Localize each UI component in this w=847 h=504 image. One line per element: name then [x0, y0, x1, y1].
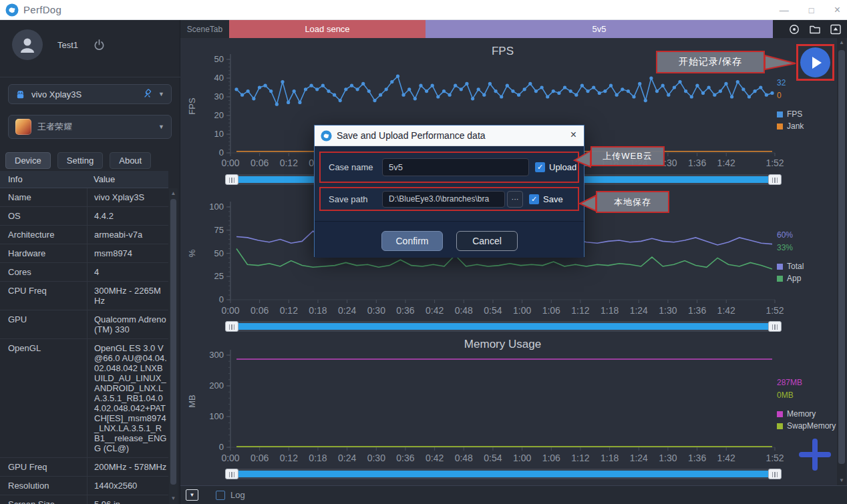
maximize-button[interactable]: □	[809, 6, 814, 15]
table-row[interactable]: OpenGLOpenGL ES 3.0 V@66.0 AU@04.04.02.0…	[0, 339, 168, 458]
svg-text:0: 0	[219, 148, 224, 158]
svg-text:1:42: 1:42	[717, 453, 735, 463]
info-column-header: Info	[0, 174, 87, 184]
start-record-button[interactable]	[800, 47, 830, 77]
legend-item[interactable]: FPS	[777, 109, 844, 119]
table-row[interactable]: Cores4	[0, 263, 168, 282]
timeline-range[interactable]	[238, 471, 769, 477]
log-checkbox[interactable]	[216, 491, 225, 500]
upload-checkbox[interactable]: ✓	[535, 162, 545, 172]
info-cell: CPU Freq	[0, 282, 87, 310]
timeline-handle-left[interactable]	[225, 321, 238, 332]
table-row[interactable]: Namevivo Xplay3S	[0, 188, 168, 207]
tab-setting[interactable]: Setting	[57, 152, 103, 169]
tab-about[interactable]: About	[110, 152, 151, 169]
timeline-handle-right[interactable]	[768, 174, 782, 185]
sidebar: Test1 vivo Xplay3S ▼	[0, 20, 180, 504]
window-controls: — □ ×	[780, 0, 840, 20]
scene-tab-5v5[interactable]: 5v5	[426, 20, 773, 38]
table-row[interactable]: Architecturearmeabi-v7a	[0, 226, 168, 244]
export-panel-icon[interactable]	[830, 23, 842, 35]
timeline-handle-left[interactable]	[225, 174, 238, 185]
info-cell: GPU	[0, 310, 87, 338]
legend-swatch	[777, 276, 783, 282]
svg-text:1:36: 1:36	[688, 305, 706, 316]
main-scrollbar[interactable]: ▲ ▼	[837, 38, 846, 485]
scroll-up-icon[interactable]: ▲	[837, 39, 846, 47]
save-path-input[interactable]	[382, 191, 505, 208]
timeline-handle-left[interactable]	[225, 469, 238, 479]
sidebar-scrollbar[interactable]: ▲ ▼	[169, 188, 178, 504]
perfdog-window: PerfDog — □ × Test1	[0, 0, 847, 504]
timeline-handle-right[interactable]	[768, 469, 782, 479]
folder-icon[interactable]	[809, 23, 821, 35]
scrollbar-thumb[interactable]	[170, 199, 176, 485]
scene-tab-load-sence[interactable]: Load sence	[229, 20, 426, 38]
svg-text:1:24: 1:24	[630, 453, 648, 463]
svg-text:0:12: 0:12	[280, 305, 298, 316]
value-cell: Qualcomm Adreno (TM) 330	[87, 310, 168, 338]
cpu-legend-block: 60%33%TotalApp	[777, 230, 844, 286]
info-cell: Name	[0, 188, 87, 206]
dialog-title: Save and Upload Performance data	[337, 130, 486, 141]
legend-item[interactable]: Jank	[777, 121, 844, 131]
legend-item[interactable]: App	[777, 274, 844, 283]
legend-item[interactable]: Memory	[777, 409, 844, 419]
svg-text:100: 100	[209, 202, 224, 212]
browse-button[interactable]: ···	[507, 191, 523, 208]
case-name-input[interactable]	[382, 158, 529, 176]
svg-text:0:12: 0:12	[280, 453, 298, 463]
svg-text:30: 30	[214, 91, 224, 101]
table-row[interactable]: CPU Freq300MHz - 2265MHz	[0, 282, 168, 310]
dialog-footer: Confirm Cancel	[315, 221, 584, 258]
save-checkbox[interactable]: ✓	[529, 194, 539, 204]
table-row[interactable]: GPUQualcomm Adreno (TM) 330	[0, 310, 168, 339]
table-row[interactable]: Resolution1440x2560	[0, 477, 168, 495]
scroll-down-icon[interactable]: ▼	[169, 495, 178, 503]
value-cell: 4	[87, 263, 168, 281]
table-row[interactable]: Hardwaremsm8974	[0, 244, 168, 263]
svg-text:25: 25	[214, 271, 224, 281]
timeline-scrollbar[interactable]	[225, 469, 782, 479]
user-name: Test1	[57, 40, 78, 50]
table-row[interactable]: Screen Size5.96 in	[0, 495, 168, 504]
timeline-range[interactable]	[238, 323, 769, 330]
scrollbar-thumb[interactable]	[838, 50, 845, 464]
scenetab-label: SceneTab	[180, 20, 229, 38]
series-current-value: 0MB	[777, 391, 844, 400]
svg-text:0:24: 0:24	[338, 453, 356, 463]
minimize-button[interactable]: —	[780, 5, 789, 15]
app-selector[interactable]: 王者荣耀 ▼	[8, 115, 172, 139]
legend-item[interactable]: SwapMemory	[777, 421, 844, 431]
device-selector[interactable]: vivo Xplay3S ▼	[8, 84, 172, 104]
close-button[interactable]: ×	[834, 5, 840, 15]
chevron-down-icon[interactable]: ▼	[158, 91, 164, 97]
timeline-handle-right[interactable]	[768, 321, 782, 332]
scroll-up-icon[interactable]: ▲	[169, 190, 178, 198]
collapse-panel-button[interactable]: ▼	[186, 489, 198, 501]
scroll-down-icon[interactable]: ▼	[837, 477, 846, 485]
tab-device[interactable]: Device	[5, 152, 51, 169]
value-cell: 4.4.2	[87, 207, 168, 225]
usb-connect-icon[interactable]	[142, 89, 153, 99]
series-current-value: 60%	[777, 230, 844, 240]
legend-swatch	[777, 111, 783, 117]
save-label: Save	[543, 194, 563, 204]
table-row[interactable]: GPU Freq200MHz - 578MHz	[0, 458, 168, 477]
timeline-scrollbar[interactable]	[225, 321, 782, 332]
legend-item[interactable]: Total	[777, 262, 844, 271]
dialog-close-button[interactable]: ×	[570, 129, 576, 141]
svg-text:75: 75	[214, 225, 224, 235]
svg-text:10: 10	[214, 129, 224, 139]
avatar[interactable]	[12, 29, 43, 60]
confirm-button[interactable]: Confirm	[381, 231, 443, 251]
location-icon[interactable]	[788, 23, 800, 35]
cancel-button[interactable]: Cancel	[456, 231, 518, 251]
power-icon[interactable]	[93, 39, 106, 51]
chevron-down-icon[interactable]: ▼	[158, 123, 164, 130]
person-icon	[18, 35, 37, 54]
table-row[interactable]: OS4.4.2	[0, 207, 168, 226]
info-cell: GPU Freq	[0, 458, 87, 476]
add-chart-button[interactable]	[799, 439, 831, 471]
svg-text:200: 200	[209, 381, 224, 391]
